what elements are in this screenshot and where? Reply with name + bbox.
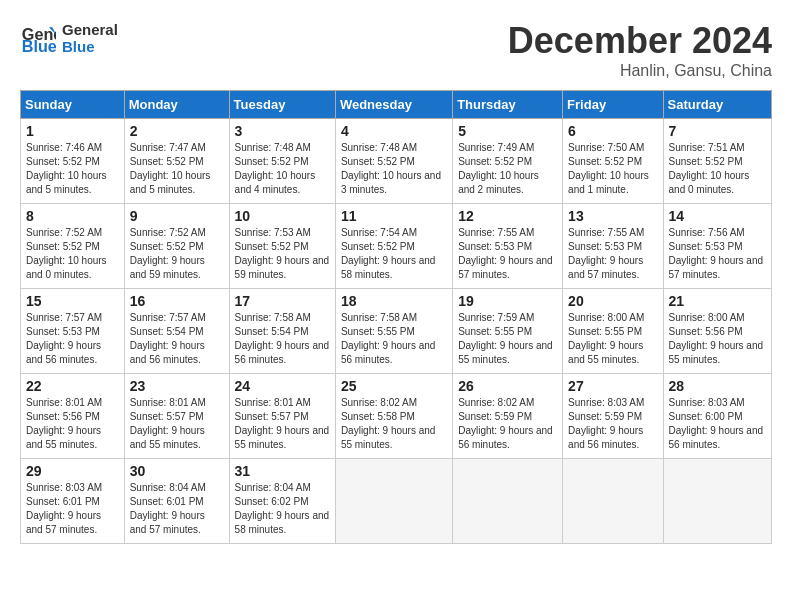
day-number: 3 <box>235 123 330 139</box>
day-info: Sunrise: 7:46 AMSunset: 5:52 PMDaylight:… <box>26 142 107 195</box>
calendar-week-3: 15 Sunrise: 7:57 AMSunset: 5:53 PMDaylig… <box>21 289 772 374</box>
calendar-cell: 24 Sunrise: 8:01 AMSunset: 5:57 PMDaylig… <box>229 374 335 459</box>
calendar-cell: 11 Sunrise: 7:54 AMSunset: 5:52 PMDaylig… <box>335 204 452 289</box>
title-area: December 2024 Hanlin, Gansu, China <box>508 20 772 80</box>
calendar-cell: 7 Sunrise: 7:51 AMSunset: 5:52 PMDayligh… <box>663 119 771 204</box>
day-number: 27 <box>568 378 657 394</box>
calendar-cell <box>663 459 771 544</box>
day-number: 14 <box>669 208 766 224</box>
column-header-friday: Friday <box>563 91 663 119</box>
calendar-cell: 17 Sunrise: 7:58 AMSunset: 5:54 PMDaylig… <box>229 289 335 374</box>
calendar-cell: 8 Sunrise: 7:52 AMSunset: 5:52 PMDayligh… <box>21 204 125 289</box>
day-info: Sunrise: 7:47 AMSunset: 5:52 PMDaylight:… <box>130 142 211 195</box>
calendar-cell: 27 Sunrise: 8:03 AMSunset: 5:59 PMDaylig… <box>563 374 663 459</box>
day-info: Sunrise: 8:01 AMSunset: 5:57 PMDaylight:… <box>130 397 206 450</box>
calendar-cell: 31 Sunrise: 8:04 AMSunset: 6:02 PMDaylig… <box>229 459 335 544</box>
calendar-cell: 14 Sunrise: 7:56 AMSunset: 5:53 PMDaylig… <box>663 204 771 289</box>
day-number: 20 <box>568 293 657 309</box>
day-number: 1 <box>26 123 119 139</box>
calendar-cell: 30 Sunrise: 8:04 AMSunset: 6:01 PMDaylig… <box>124 459 229 544</box>
day-number: 16 <box>130 293 224 309</box>
day-info: Sunrise: 7:56 AMSunset: 5:53 PMDaylight:… <box>669 227 764 280</box>
day-number: 2 <box>130 123 224 139</box>
calendar-table: SundayMondayTuesdayWednesdayThursdayFrid… <box>20 90 772 544</box>
day-number: 18 <box>341 293 447 309</box>
month-title: December 2024 <box>508 20 772 62</box>
calendar-cell: 23 Sunrise: 8:01 AMSunset: 5:57 PMDaylig… <box>124 374 229 459</box>
day-info: Sunrise: 8:03 AMSunset: 6:00 PMDaylight:… <box>669 397 764 450</box>
day-info: Sunrise: 8:01 AMSunset: 5:56 PMDaylight:… <box>26 397 102 450</box>
calendar-cell: 2 Sunrise: 7:47 AMSunset: 5:52 PMDayligh… <box>124 119 229 204</box>
calendar-cell: 15 Sunrise: 7:57 AMSunset: 5:53 PMDaylig… <box>21 289 125 374</box>
day-number: 9 <box>130 208 224 224</box>
day-number: 6 <box>568 123 657 139</box>
calendar-cell: 10 Sunrise: 7:53 AMSunset: 5:52 PMDaylig… <box>229 204 335 289</box>
calendar-cell: 4 Sunrise: 7:48 AMSunset: 5:52 PMDayligh… <box>335 119 452 204</box>
calendar-cell <box>453 459 563 544</box>
column-header-saturday: Saturday <box>663 91 771 119</box>
calendar-week-4: 22 Sunrise: 8:01 AMSunset: 5:56 PMDaylig… <box>21 374 772 459</box>
calendar-week-1: 1 Sunrise: 7:46 AMSunset: 5:52 PMDayligh… <box>21 119 772 204</box>
day-number: 12 <box>458 208 557 224</box>
column-header-sunday: Sunday <box>21 91 125 119</box>
calendar-cell: 13 Sunrise: 7:55 AMSunset: 5:53 PMDaylig… <box>563 204 663 289</box>
day-number: 22 <box>26 378 119 394</box>
calendar-cell: 25 Sunrise: 8:02 AMSunset: 5:58 PMDaylig… <box>335 374 452 459</box>
day-number: 8 <box>26 208 119 224</box>
calendar-cell: 26 Sunrise: 8:02 AMSunset: 5:59 PMDaylig… <box>453 374 563 459</box>
calendar-cell: 5 Sunrise: 7:49 AMSunset: 5:52 PMDayligh… <box>453 119 563 204</box>
day-info: Sunrise: 7:57 AMSunset: 5:54 PMDaylight:… <box>130 312 206 365</box>
day-number: 7 <box>669 123 766 139</box>
calendar-cell: 20 Sunrise: 8:00 AMSunset: 5:55 PMDaylig… <box>563 289 663 374</box>
calendar-cell: 12 Sunrise: 7:55 AMSunset: 5:53 PMDaylig… <box>453 204 563 289</box>
day-info: Sunrise: 8:04 AMSunset: 6:01 PMDaylight:… <box>130 482 206 535</box>
day-info: Sunrise: 7:54 AMSunset: 5:52 PMDaylight:… <box>341 227 436 280</box>
calendar-cell: 19 Sunrise: 7:59 AMSunset: 5:55 PMDaylig… <box>453 289 563 374</box>
day-number: 29 <box>26 463 119 479</box>
calendar-cell: 16 Sunrise: 7:57 AMSunset: 5:54 PMDaylig… <box>124 289 229 374</box>
day-info: Sunrise: 8:01 AMSunset: 5:57 PMDaylight:… <box>235 397 330 450</box>
calendar-cell: 29 Sunrise: 8:03 AMSunset: 6:01 PMDaylig… <box>21 459 125 544</box>
day-info: Sunrise: 7:51 AMSunset: 5:52 PMDaylight:… <box>669 142 750 195</box>
day-number: 25 <box>341 378 447 394</box>
calendar-cell: 9 Sunrise: 7:52 AMSunset: 5:52 PMDayligh… <box>124 204 229 289</box>
day-number: 17 <box>235 293 330 309</box>
calendar-cell <box>563 459 663 544</box>
day-info: Sunrise: 7:55 AMSunset: 5:53 PMDaylight:… <box>568 227 644 280</box>
day-info: Sunrise: 7:57 AMSunset: 5:53 PMDaylight:… <box>26 312 102 365</box>
day-info: Sunrise: 8:02 AMSunset: 5:59 PMDaylight:… <box>458 397 553 450</box>
calendar-body: 1 Sunrise: 7:46 AMSunset: 5:52 PMDayligh… <box>21 119 772 544</box>
day-info: Sunrise: 7:53 AMSunset: 5:52 PMDaylight:… <box>235 227 330 280</box>
day-info: Sunrise: 7:48 AMSunset: 5:52 PMDaylight:… <box>235 142 316 195</box>
day-number: 31 <box>235 463 330 479</box>
day-info: Sunrise: 7:58 AMSunset: 5:54 PMDaylight:… <box>235 312 330 365</box>
day-number: 24 <box>235 378 330 394</box>
logo-line2: Blue <box>62 38 118 55</box>
calendar-cell: 6 Sunrise: 7:50 AMSunset: 5:52 PMDayligh… <box>563 119 663 204</box>
day-number: 19 <box>458 293 557 309</box>
calendar-cell: 22 Sunrise: 8:01 AMSunset: 5:56 PMDaylig… <box>21 374 125 459</box>
day-number: 5 <box>458 123 557 139</box>
calendar-cell: 18 Sunrise: 7:58 AMSunset: 5:55 PMDaylig… <box>335 289 452 374</box>
day-info: Sunrise: 7:55 AMSunset: 5:53 PMDaylight:… <box>458 227 553 280</box>
day-number: 28 <box>669 378 766 394</box>
day-info: Sunrise: 8:04 AMSunset: 6:02 PMDaylight:… <box>235 482 330 535</box>
column-header-monday: Monday <box>124 91 229 119</box>
day-number: 26 <box>458 378 557 394</box>
logo-icon: General Blue <box>20 20 56 56</box>
calendar-week-2: 8 Sunrise: 7:52 AMSunset: 5:52 PMDayligh… <box>21 204 772 289</box>
day-number: 4 <box>341 123 447 139</box>
column-header-thursday: Thursday <box>453 91 563 119</box>
day-info: Sunrise: 7:49 AMSunset: 5:52 PMDaylight:… <box>458 142 539 195</box>
location-subtitle: Hanlin, Gansu, China <box>508 62 772 80</box>
day-info: Sunrise: 8:00 AMSunset: 5:55 PMDaylight:… <box>568 312 644 365</box>
calendar-header-row: SundayMondayTuesdayWednesdayThursdayFrid… <box>21 91 772 119</box>
calendar-cell: 28 Sunrise: 8:03 AMSunset: 6:00 PMDaylig… <box>663 374 771 459</box>
day-info: Sunrise: 7:50 AMSunset: 5:52 PMDaylight:… <box>568 142 649 195</box>
calendar-cell: 3 Sunrise: 7:48 AMSunset: 5:52 PMDayligh… <box>229 119 335 204</box>
day-number: 13 <box>568 208 657 224</box>
day-info: Sunrise: 8:00 AMSunset: 5:56 PMDaylight:… <box>669 312 764 365</box>
day-number: 15 <box>26 293 119 309</box>
day-info: Sunrise: 8:03 AMSunset: 6:01 PMDaylight:… <box>26 482 102 535</box>
day-info: Sunrise: 8:03 AMSunset: 5:59 PMDaylight:… <box>568 397 644 450</box>
